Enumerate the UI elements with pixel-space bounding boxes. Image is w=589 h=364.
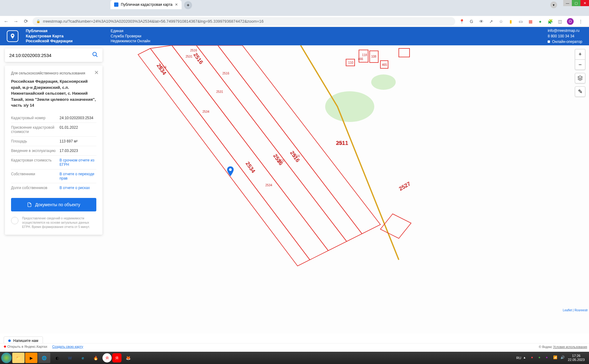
svg-point-0	[325, 91, 374, 122]
close-panel-icon[interactable]: ✕	[94, 69, 99, 76]
start-button[interactable]	[1, 353, 12, 363]
edit-button[interactable]: ✎	[575, 86, 585, 97]
favicon-icon	[114, 2, 118, 7]
new-tab-button[interactable]: +	[184, 1, 192, 9]
open-in-yandex-link[interactable]: ◆ Открыть в Яндекс.Картах	[4, 344, 47, 348]
svg-text:2516: 2516	[190, 49, 197, 52]
svg-text:2534: 2534	[202, 110, 210, 113]
info-row: Введение в эксплуатацию17.03.2023	[11, 146, 96, 155]
profile-avatar[interactable]: O	[567, 18, 574, 25]
media-player-icon[interactable]: ▶	[25, 353, 37, 363]
info-row: Долги собственниковВ отчете о рисках	[11, 183, 96, 192]
panel-icon[interactable]: ◫	[557, 19, 563, 24]
forward-icon[interactable]: →	[13, 18, 19, 25]
info-row: Площадь113 697 м²	[11, 136, 96, 146]
svg-text:2531: 2531	[278, 159, 285, 162]
location-icon[interactable]: 📍	[459, 19, 464, 24]
ie-icon[interactable]: e	[77, 353, 89, 363]
chat-dot-icon	[8, 339, 11, 342]
yandex-terms-link[interactable]: Условия использования	[553, 345, 587, 349]
volume-icon[interactable]: 🔊	[560, 355, 565, 360]
info-label: Введение в эксплуатацию	[11, 149, 60, 153]
info-row: Присвоение кадастровой стоимости01.01.20…	[11, 123, 96, 136]
lang-indicator[interactable]: RU	[516, 356, 521, 360]
info-category: Для сельскохозяйственного использования	[11, 71, 96, 75]
contact-email[interactable]: info@rreestrmap.ru	[548, 28, 582, 33]
svg-text:2516: 2516	[293, 154, 300, 158]
browser-tab[interactable]: Публичная кадастровая карта ✕	[110, 0, 182, 9]
tray-app1-icon[interactable]: ●	[531, 355, 536, 360]
svg-text:465: 465	[382, 63, 387, 66]
info-panel: ✕ Для сельскохозяйственного использовани…	[5, 66, 102, 235]
eye-off-icon[interactable]: 👁	[479, 19, 484, 24]
close-tab-icon[interactable]: ✕	[175, 2, 178, 7]
star-icon[interactable]: ☆	[498, 19, 504, 24]
info-link[interactable]: В срочном отчете из ЕГРН	[60, 158, 96, 167]
info-row: СобственникиВ отчете о переходе прав	[11, 169, 96, 183]
ext2-icon[interactable]: ▭	[518, 19, 523, 24]
info-label: Площадь	[11, 139, 60, 143]
chrome-icon[interactable]: 🌐	[38, 353, 50, 363]
back-icon[interactable]: ←	[3, 18, 9, 25]
window-maximize-button[interactable]: ▢	[572, 0, 580, 6]
menu-icon[interactable]: ⋮	[578, 19, 583, 24]
chevron-down-icon[interactable]: ▾	[550, 2, 557, 8]
documents-button[interactable]: Документы по объекту	[11, 198, 96, 211]
logo-icon	[7, 30, 18, 42]
info-label: Собственники	[11, 172, 60, 180]
word-icon[interactable]: W	[64, 353, 76, 363]
google-icon[interactable]: G	[469, 19, 474, 24]
site-subtitle: Единая Служба Проверки Недвижимости Онла…	[111, 28, 150, 44]
svg-rect-6	[399, 48, 410, 57]
browser-chrome: ▾ — ▢ ✕ Публичная кадастровая карта ✕ +	[0, 0, 589, 16]
window-minimize-button[interactable]: —	[563, 0, 572, 6]
info-label: Кадастровая стоимость	[11, 158, 60, 167]
share-icon[interactable]: ↗	[488, 19, 494, 24]
zoom-in-button[interactable]: +	[575, 49, 585, 59]
svg-text:2531: 2531	[216, 90, 223, 93]
clock[interactable]: 17:26 22.05.2023	[568, 354, 585, 362]
reload-icon[interactable]: ⟳	[23, 18, 29, 25]
app1-icon[interactable]: ◐	[51, 353, 63, 363]
svg-text:2534: 2534	[244, 161, 256, 174]
svg-text:118: 118	[362, 53, 367, 57]
yandex-icon[interactable]: Я	[102, 353, 112, 362]
search-input[interactable]	[9, 53, 92, 58]
svg-point-30	[93, 52, 97, 56]
svg-text:108: 108	[371, 55, 376, 58]
ext4-icon[interactable]: ●	[537, 19, 543, 24]
zoom-out-button[interactable]: −	[575, 59, 585, 70]
tray-app2-icon[interactable]: ●	[538, 355, 543, 360]
layers-button[interactable]	[575, 73, 585, 83]
ext1-icon[interactable]: ▮	[508, 19, 514, 24]
lock-icon: 🔒	[36, 19, 40, 23]
network-icon[interactable]: 📶	[553, 355, 558, 360]
explorer-icon[interactable]: 📁	[12, 353, 25, 363]
svg-point-29	[229, 168, 232, 171]
svg-text:2527: 2527	[398, 180, 412, 192]
info-link[interactable]: В отчете о переходе прав	[60, 172, 96, 180]
tray-app3-icon[interactable]: ●	[546, 355, 551, 360]
tab-title: Публичная кадастровая карта	[121, 2, 172, 7]
window-close-button[interactable]: ✕	[580, 0, 589, 6]
app2-icon[interactable]: 🔥	[90, 353, 102, 363]
info-label: Долги собственников	[11, 186, 60, 190]
info-link[interactable]: В отчете о рисках	[60, 186, 90, 190]
svg-text:2511: 2511	[337, 142, 345, 145]
search-icon[interactable]	[92, 51, 98, 59]
ext3-icon[interactable]: ▦	[528, 19, 533, 24]
svg-text:110: 110	[348, 61, 353, 64]
svg-text:2534: 2534	[265, 184, 272, 187]
map-attribution: Leaflet | Rosreestr	[563, 309, 588, 312]
tray-up-icon[interactable]: ▴	[524, 355, 529, 360]
url-input[interactable]: 🔒 rreestrmap.ru/?cadNumber=24%3A10%3A020…	[33, 17, 455, 26]
puzzle-icon[interactable]: 🧩	[547, 19, 553, 24]
info-address: Российская Федерация, Красноярский край,…	[11, 78, 96, 108]
info-value: 24:10:0202003:2534	[60, 116, 93, 120]
app3-icon[interactable]: Я	[112, 353, 121, 362]
firefox-icon[interactable]: 🦊	[122, 353, 134, 363]
svg-text:2516: 2516	[222, 72, 229, 75]
online-operator[interactable]: Онлайн-оператор	[548, 39, 582, 44]
online-dot-icon	[548, 40, 550, 43]
create-map-link[interactable]: Создать свою карту	[52, 345, 83, 348]
